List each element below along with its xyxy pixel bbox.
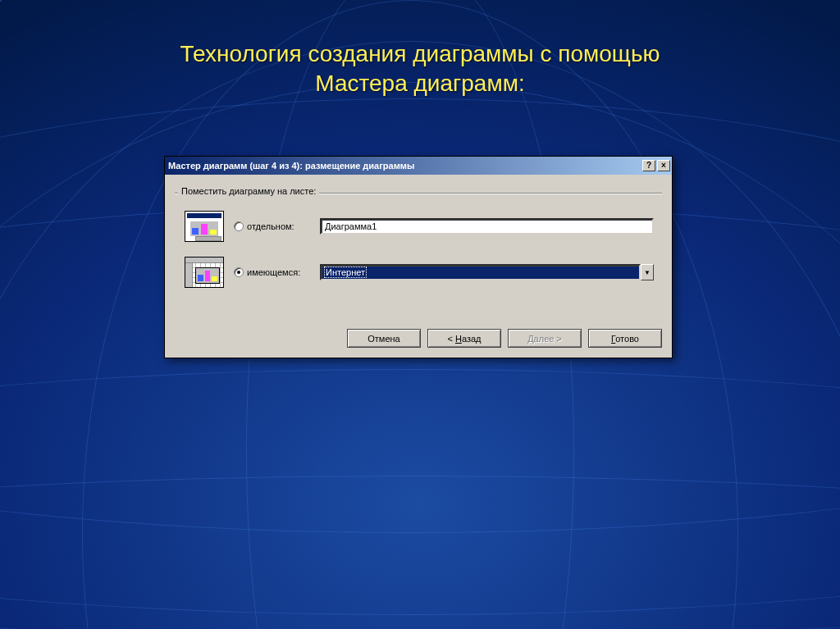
finish-button[interactable]: Готово <box>588 329 662 348</box>
option-existing-row: имеющемся: Интернет ▼ <box>183 255 654 289</box>
option-separate-row: отдельном: Диаграмма1 <box>183 209 654 244</box>
cancel-button[interactable]: Отмена <box>347 329 421 348</box>
slide-title-line1: Технология создания диаграммы с помощью <box>180 41 660 66</box>
chart-wizard-dialog: Мастер диаграмм (шаг 4 из 4): размещение… <box>164 156 673 358</box>
help-button[interactable]: ? <box>642 160 655 171</box>
existing-sheet-icon <box>183 255 226 289</box>
next-button: Далее > <box>508 329 582 348</box>
separate-sheet-icon <box>183 209 226 244</box>
dialog-body: Поместить диаграмму на листе: отдельном:… <box>165 175 672 322</box>
radio-existing-label: имеющемся: <box>247 267 300 277</box>
radio-separate-indicator <box>234 221 244 231</box>
radio-separate[interactable]: отдельном: <box>234 221 312 231</box>
radio-existing[interactable]: имеющемся: <box>234 267 312 277</box>
dialog-title: Мастер диаграмм (шаг 4 из 4): размещение… <box>168 161 414 171</box>
radio-separate-label: отдельном: <box>247 221 294 231</box>
placement-group: Поместить диаграмму на листе: отдельном:… <box>175 183 662 312</box>
slide-title-line2: Мастера диаграмм: <box>315 71 524 96</box>
dialog-button-row: Отмена < Назад Далее > Готово <box>165 322 672 358</box>
combo-dropdown-button[interactable]: ▼ <box>641 264 654 280</box>
existing-sheet-value: Интернет <box>320 264 641 280</box>
close-button[interactable]: × <box>657 160 670 171</box>
existing-sheet-combo[interactable]: Интернет ▼ <box>320 264 654 280</box>
separate-sheet-name-input[interactable]: Диаграмма1 <box>320 218 654 235</box>
dialog-titlebar[interactable]: Мастер диаграмм (шаг 4 из 4): размещение… <box>165 157 672 175</box>
group-label: Поместить диаграмму на листе: <box>178 186 319 196</box>
back-button[interactable]: < Назад <box>427 329 501 348</box>
chevron-down-icon: ▼ <box>644 269 651 276</box>
slide-title: Технология создания диаграммы с помощью … <box>0 39 840 99</box>
radio-existing-indicator <box>234 267 244 277</box>
